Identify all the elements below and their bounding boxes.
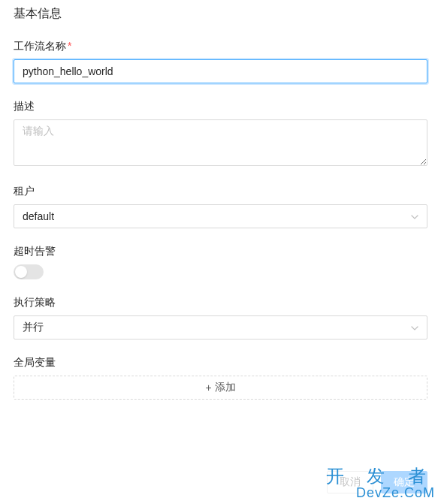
workflow-name-label-text: 工作流名称 xyxy=(14,40,66,52)
timeout-alarm-switch[interactable] xyxy=(14,264,44,279)
required-asterisk: * xyxy=(68,40,71,52)
form-item-workflow-name: 工作流名称* xyxy=(14,40,427,83)
tenant-select[interactable]: default xyxy=(14,204,427,228)
workflow-name-label: 工作流名称* xyxy=(14,40,427,53)
form-item-global-vars: 全局变量 + 添加 xyxy=(14,356,427,400)
global-vars-label: 全局变量 xyxy=(14,356,427,370)
form-item-tenant: 租户 default xyxy=(14,185,427,228)
chevron-down-icon xyxy=(411,211,418,222)
form-item-execution-strategy: 执行策略 并行 xyxy=(14,296,427,340)
footer-buttons: 取消 确定 xyxy=(327,471,427,493)
execution-strategy-label: 执行策略 xyxy=(14,296,427,309)
add-button-text: 添加 xyxy=(215,381,236,394)
workflow-name-input[interactable] xyxy=(14,59,427,83)
tenant-label: 租户 xyxy=(14,185,427,198)
description-label: 描述 xyxy=(14,100,427,113)
switch-handle xyxy=(15,266,27,278)
add-global-var-button[interactable]: + 添加 xyxy=(14,376,427,400)
chevron-down-icon xyxy=(411,322,418,333)
execution-strategy-select[interactable]: 并行 xyxy=(14,315,427,340)
form-item-timeout-alarm: 超时告警 xyxy=(14,245,427,279)
confirm-button[interactable]: 确定 xyxy=(381,471,427,493)
description-textarea[interactable] xyxy=(14,119,427,166)
timeout-alarm-label: 超时告警 xyxy=(14,245,427,258)
form-item-description: 描述 xyxy=(14,100,427,168)
tenant-select-value: default xyxy=(23,210,54,222)
cancel-button[interactable]: 取消 xyxy=(327,471,373,493)
plus-icon: + xyxy=(205,382,211,393)
execution-strategy-value: 并行 xyxy=(23,321,44,334)
section-title: 基本信息 xyxy=(14,6,427,22)
